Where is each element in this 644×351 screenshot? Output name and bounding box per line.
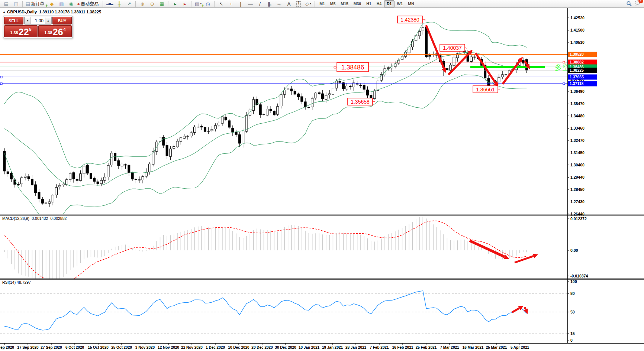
market-watch-icon: ◆ <box>50 1 54 6</box>
svg-text:1.34480: 1.34480 <box>570 114 585 118</box>
svg-text:12 Nov 2020: 12 Nov 2020 <box>158 345 179 350</box>
ask-price[interactable]: 1.38 26 4 <box>38 25 72 37</box>
vertical-line-icon[interactable]: | <box>236 0 245 7</box>
line-chart-icon[interactable]: ↗ <box>124 0 134 7</box>
svg-text:1.35658: 1.35658 <box>351 99 370 105</box>
toolbar-separator <box>135 1 136 7</box>
bar-chart-icon[interactable]: ▂▅▃ <box>105 0 115 7</box>
data-window-icon: ▥ <box>59 1 64 6</box>
svg-text:1.40037: 1.40037 <box>443 45 462 51</box>
sell-button[interactable]: SELL <box>4 17 23 25</box>
svg-text:1.37118: 1.37118 <box>570 81 584 86</box>
svg-text:10 Jan 2021: 10 Jan 2021 <box>299 345 320 350</box>
chart-title: ▲GBPUSD-,Daily 1.39110 1.39178 1.38011 1… <box>3 10 101 14</box>
svg-text:-0.010374: -0.010374 <box>570 274 588 278</box>
new-chart-icon: ▧ <box>195 1 199 6</box>
rsi-label: RSI(14) 48.7297 <box>2 280 31 285</box>
trendline-icon[interactable]: / <box>255 0 265 7</box>
timeframe-M30[interactable]: M30 <box>351 0 364 7</box>
timeframe-M15[interactable]: M15 <box>338 0 351 7</box>
profiles-icon[interactable]: ◫ <box>11 0 21 7</box>
svg-text:80: 80 <box>570 291 575 296</box>
auto-scroll-icon[interactable]: ▸ <box>170 0 180 7</box>
buy-button[interactable]: BUY <box>52 17 72 25</box>
collapse-marker-icon[interactable]: ▲ <box>3 10 6 14</box>
candlestick-chart-icon[interactable]: ╫ <box>115 0 124 7</box>
autotrading-button[interactable]: ●自动交易 <box>76 0 101 7</box>
svg-text:0.00: 0.00 <box>570 248 578 253</box>
svg-text:30 Dec 2020: 30 Dec 2020 <box>275 345 296 350</box>
bid-prefix: 1.38 <box>10 30 18 35</box>
clock-icon: ◷ <box>206 1 210 6</box>
timeframe-H1[interactable]: H1 <box>364 0 374 7</box>
zoom-out-icon[interactable]: ⊖ <box>147 0 157 7</box>
volume-input[interactable] <box>31 17 45 24</box>
symbol-label: GBPUSD-,Daily <box>7 10 37 14</box>
timeframe-M5[interactable]: M5 <box>328 0 338 7</box>
price-label-1.40037[interactable]: 1.40037 <box>440 44 467 51</box>
market-watch-icon[interactable]: ◆ <box>47 0 57 7</box>
zoom-in-icon[interactable]: ⊕ <box>138 0 147 7</box>
timeframe-MN[interactable]: MN <box>405 0 416 7</box>
arrows-shapes-icon[interactable]: ◇▾ <box>303 0 313 7</box>
crosshair-icon: + <box>229 1 232 6</box>
text-label-icon[interactable]: T <box>294 0 303 7</box>
svg-text:1.42380: 1.42380 <box>400 17 419 23</box>
text-label-icon: T <box>296 1 301 7</box>
svg-text:1.37665: 1.37665 <box>570 75 584 79</box>
svg-text:0: 0 <box>570 338 573 342</box>
toolbar-separator <box>168 1 169 7</box>
notification-count-badge: 1 <box>638 0 643 3</box>
equidistant-channel-icon[interactable]: ∥E <box>265 0 274 7</box>
new-order-button: ▤ <box>26 1 30 6</box>
timeframe-W1[interactable]: W1 <box>395 0 406 7</box>
svg-text:6 Oct 2020: 6 Oct 2020 <box>65 345 84 350</box>
svg-text:1.26440: 1.26440 <box>570 212 585 216</box>
volume-increase-button[interactable]: ▲ <box>45 17 51 24</box>
chart-canvas[interactable]: 多空转折点1.425201.415001.405101.374801.36490… <box>0 0 644 351</box>
profiles-icon: ◫ <box>14 1 18 6</box>
svg-text:1.38225: 1.38225 <box>570 68 584 72</box>
one-click-trade-panel: SELL ▼ ▲ BUY 1.38 22 5 1.38 26 4 <box>3 16 73 38</box>
svg-text:17 Sep 2020: 17 Sep 2020 <box>17 345 39 350</box>
toolbar-separator <box>22 1 23 7</box>
clock-icon[interactable]: ◷ <box>203 0 213 7</box>
search-icon[interactable] <box>626 1 632 7</box>
tile-windows-icon[interactable]: ▦ <box>157 0 167 7</box>
svg-text:1.41500: 1.41500 <box>570 28 585 32</box>
fibonacci-icon[interactable]: ≡F <box>274 0 284 7</box>
svg-text:1 Dec 2020: 1 Dec 2020 <box>206 345 225 350</box>
toolbar-buttons: ▤◫▤+新订单◆▥◉●自动交易▂▅▃╫↗⊕⊖▦▸▸▧+▾◷↖+|—/∥E≡FAT… <box>1 0 626 8</box>
chart-window-icon[interactable]: ▤ <box>1 0 11 7</box>
crosshair-icon[interactable]: + <box>226 0 236 7</box>
chart-shift-icon[interactable]: ▸ <box>180 0 190 7</box>
text-icon[interactable]: A <box>284 0 294 7</box>
bid-big: 22 <box>19 28 29 36</box>
macd-label: MACD(12,26,9) -0.001432 -0.002882 <box>2 216 67 221</box>
tile-windows-icon: ▦ <box>160 1 164 6</box>
arrows-shapes-icon: ◇ <box>305 1 309 6</box>
new-order-button[interactable]: ▤+新订单 <box>25 0 47 7</box>
svg-text:1.33460: 1.33460 <box>570 126 585 130</box>
volume-decrease-button[interactable]: ▼ <box>25 17 31 24</box>
zoom-in-icon: ⊕ <box>141 1 145 6</box>
timeframe-H4[interactable]: H4 <box>374 0 384 7</box>
signals-icon[interactable]: ◉ <box>66 0 76 7</box>
new-chart-icon[interactable]: ▧+▾ <box>193 0 203 7</box>
svg-text:1.39520: 1.39520 <box>570 52 584 56</box>
price-label-1.42380[interactable]: 1.42380 <box>397 16 425 23</box>
price-label-1.36661[interactable]: 1.36661 <box>473 86 500 93</box>
timeframe-M1[interactable]: M1 <box>317 0 328 7</box>
price-label-1.38486[interactable]: 1.38486 <box>334 62 368 72</box>
svg-text:1.29440: 1.29440 <box>570 175 585 179</box>
price-label-1.35658[interactable]: 1.35658 <box>348 98 375 105</box>
bid-price[interactable]: 1.38 22 5 <box>4 25 38 37</box>
data-window-icon[interactable]: ▥ <box>57 0 66 7</box>
svg-text:25 Mar 2021: 25 Mar 2021 <box>486 345 507 350</box>
notifications-button[interactable]: 1 <box>634 0 641 7</box>
svg-text:10 Dec 2020: 10 Dec 2020 <box>228 345 249 350</box>
timeframe-D1[interactable]: D1 <box>384 0 394 7</box>
horizontal-line-icon: — <box>248 1 253 6</box>
cursor-icon[interactable]: ↖ <box>216 0 226 7</box>
horizontal-line-icon[interactable]: — <box>245 0 255 7</box>
